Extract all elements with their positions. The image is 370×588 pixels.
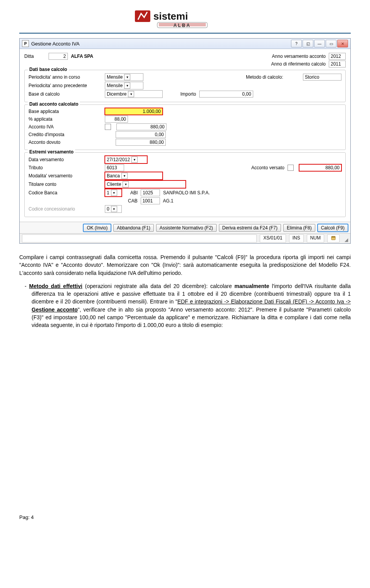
chevron-down-icon: ▼: [123, 181, 129, 187]
metodo-label: Metodo di calcolo:: [246, 74, 300, 80]
legend-estremi: Estremi versamento: [28, 149, 75, 155]
legend-dati-base: Dati base calcolo: [28, 67, 69, 72]
pct-applicata-label: % applicata: [29, 116, 102, 122]
cab-label: CAB: [128, 198, 138, 204]
importo-field[interactable]: 0,00: [199, 91, 253, 98]
status-version: XS/01/01: [260, 234, 286, 243]
anno-riferimento-field[interactable]: 2011: [329, 61, 346, 67]
periodicita-prec-label: Periodicita' anno precedente: [29, 83, 102, 88]
status-bar: XS/01/01 INS NUM ◢: [20, 233, 350, 243]
chevron-down-icon: ▼: [128, 91, 134, 97]
acconto-iva-checkbox[interactable]: [105, 124, 111, 130]
codice-concessionario-value: 0: [107, 206, 109, 212]
fieldset-estremi: Estremi versamento Data versamento 27/12…: [24, 152, 346, 217]
codice-banca-value: 1: [107, 190, 109, 195]
tributo-field[interactable]: 6013: [105, 164, 124, 171]
text-metodo-title: Metodo dati effettivi: [29, 283, 82, 289]
periodicita-corso-value: Mensile: [107, 74, 123, 80]
chevron-down-icon: ▼: [124, 83, 130, 89]
page-footer: Pag: 4: [19, 514, 351, 520]
data-versamento-label: Data versamento: [29, 157, 102, 162]
ok-button[interactable]: OK (Invio): [83, 224, 111, 232]
abi-label: ABI: [130, 190, 138, 195]
chevron-down-icon: ▼: [111, 190, 117, 196]
acconto-versato-field[interactable]: 880,00: [299, 164, 341, 171]
ditta-label: Ditta: [24, 54, 45, 59]
titolare-label: Titolare conto: [29, 182, 102, 187]
base-calcolo-combo[interactable]: Dicembre ▼: [105, 90, 163, 98]
status-num: NUM: [307, 234, 324, 243]
ditta-name: ALFA SPA: [71, 54, 93, 59]
restore-small-button[interactable]: ◱: [303, 40, 313, 47]
status-tray: [327, 234, 340, 243]
codice-banca-label: Codice Banca: [29, 190, 102, 195]
periodicita-corso-label: Periodicita' anno in corso: [29, 74, 102, 80]
window-title: Gestione Acconto IVA: [31, 41, 289, 47]
pct-applicata-field[interactable]: 88,00: [105, 116, 128, 123]
abi-field[interactable]: 1025: [141, 189, 160, 196]
legend-dati-acconto: Dati acconto calcolato: [28, 101, 80, 107]
credito-imposta-label: Credito d'imposta: [29, 132, 102, 137]
periodicita-corso-combo[interactable]: Mensile ▼: [105, 73, 143, 81]
minimize-button[interactable]: —: [314, 40, 325, 47]
page-header: sistemi ALBA: [19, 6, 351, 31]
anno-riferimento-label: Anno di riferimento calcolo: [271, 61, 326, 67]
svg-text:sistemi: sistemi: [153, 10, 188, 22]
header-divider: [19, 33, 351, 34]
chevron-down-icon: ▼: [121, 173, 128, 179]
importo-label: Importo: [180, 91, 196, 97]
logo: sistemi ALBA: [135, 10, 235, 28]
codice-concessionario-label: Codice concessionario: [29, 206, 102, 212]
acconto-iva-field[interactable]: 880,00: [116, 123, 166, 130]
deriva-button[interactable]: Deriva estremi da F24 (F7): [219, 224, 281, 232]
calcoli-button[interactable]: Calcoli (F9): [318, 224, 348, 232]
base-applicata-label: Base applicata: [29, 109, 102, 114]
periodicita-prec-combo[interactable]: Mensile ▼: [105, 82, 143, 89]
fieldset-dati-base: Dati base calcolo Periodicita' anno in c…: [24, 70, 346, 102]
modalita-label: Modalita' versamento: [29, 173, 102, 179]
svg-rect-8: [331, 236, 335, 238]
svg-text:ALBA: ALBA: [173, 23, 191, 28]
status-ins: INS: [289, 234, 304, 243]
acconto-iva-label: Acconto IVA: [29, 124, 102, 130]
app-icon: P: [22, 40, 29, 47]
maximize-button[interactable]: ▭: [326, 40, 336, 47]
titlebar: P Gestione Acconto IVA ? ◱ — ▭ ✕: [20, 39, 350, 49]
titolare-value: Cliente: [107, 182, 121, 187]
abi-desc: SANPAOLO IMI S.P.A.: [163, 190, 210, 195]
body-text: Compilare i campi contrassegnati dalla c…: [19, 253, 351, 329]
periodicita-prec-value: Mensile: [107, 83, 123, 88]
help-button[interactable]: ?: [291, 40, 302, 47]
abbandona-button[interactable]: Abbandona (F1): [113, 224, 154, 232]
close-button[interactable]: ✕: [337, 40, 348, 47]
app-window: P Gestione Acconto IVA ? ◱ — ▭ ✕ Ditta 2…: [19, 38, 351, 244]
acconto-versato-checkbox[interactable]: [288, 165, 294, 171]
paragraph-1: Compilare i campi contrassegnati dalla c…: [19, 253, 351, 277]
data-versamento-field[interactable]: 27/12/2012 ▼: [105, 156, 147, 163]
tributo-label: Tributo: [29, 165, 102, 170]
fieldset-dati-acconto: Dati acconto calcolato Base applicata 1.…: [24, 104, 346, 150]
base-applicata-field[interactable]: 1.000,00: [105, 108, 163, 115]
chevron-down-icon: ▼: [111, 206, 117, 212]
anno-versamento-label: Anno versamento acconto: [272, 54, 326, 59]
anno-versamento-field[interactable]: 2012: [329, 53, 346, 60]
acconto-dovuto-field[interactable]: 880,00: [116, 139, 166, 146]
cab-field[interactable]: 1001: [141, 197, 160, 204]
credito-imposta-field[interactable]: 0,00: [116, 131, 166, 138]
data-versamento-value: 27/12/2012: [107, 157, 130, 162]
metodo-field[interactable]: Storico: [303, 74, 341, 81]
elimina-button[interactable]: Elimina (F8): [283, 224, 315, 232]
modalita-combo[interactable]: Banca ▼: [105, 172, 163, 180]
base-calcolo-label: Base di calcolo: [29, 91, 102, 97]
acconto-versato-label: Acconto versato: [251, 165, 284, 170]
base-calcolo-value: Dicembre: [107, 91, 126, 97]
cab-desc: AG.1: [163, 198, 173, 204]
titolare-combo[interactable]: Cliente ▼: [105, 180, 186, 188]
modalita-value: Banca: [107, 173, 120, 179]
codice-banca-combo[interactable]: 1 ▼: [105, 189, 122, 197]
chevron-down-icon: ▼: [124, 74, 130, 80]
ditta-code-field[interactable]: 2: [49, 53, 68, 60]
acconto-dovuto-label: Acconto dovuto: [29, 140, 102, 145]
assistente-button[interactable]: Assistente Normativo (F2): [156, 224, 217, 232]
codice-concessionario-combo[interactable]: 0 ▼: [105, 205, 122, 213]
